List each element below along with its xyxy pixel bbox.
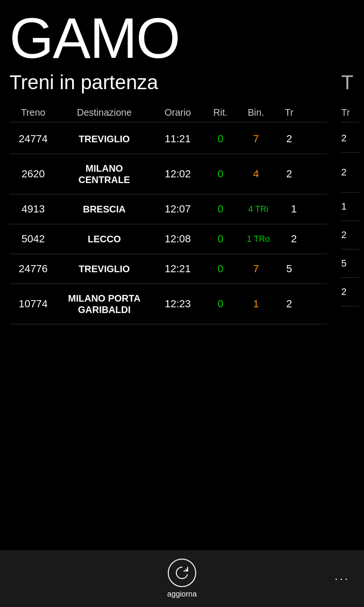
section-departures-title: Treni in partenza [9,71,341,94]
arr-value: 2 [341,286,346,297]
train-time: 12:21 [152,263,204,275]
arr-value: 2 [341,230,346,240]
table-row[interactable]: 4913 BRESCIA 12:07 0 4 TRi 1 [9,194,327,224]
train-dest: MILANOCENTRALE [57,163,152,185]
train-tr: 2 [275,133,303,145]
train-number: 4913 [9,203,57,215]
train-time: 12:07 [152,203,204,215]
train-number: 5042 [9,233,57,245]
arr-value: 5 [341,258,346,269]
train-bin: 7 [237,263,275,275]
train-number: 10774 [9,298,57,310]
train-dest: TREVIGLIO [57,133,152,145]
trains-list: 24774 TREVIGLIO 11:21 0 7 2 2620 MILANOC… [9,124,327,324]
train-tr: 2 [275,168,303,180]
train-bin: 4 [237,168,275,180]
train-dest: LECCO [57,233,152,245]
table-row[interactable]: 5042 LECCO 12:08 0 1 TRo 2 [9,224,327,254]
arrivals-row[interactable]: 1 [341,193,359,221]
arrivals-row[interactable]: 2 [341,278,359,306]
train-delay: 0 [204,298,237,310]
train-dest: MILANO PORTAGARIBALDI [57,293,152,315]
departures-panel: Treno Destinazione Orario Rit. Bin. Tr 2… [0,103,337,550]
content-area: Treno Destinazione Orario Rit. Bin. Tr 2… [0,103,364,550]
train-time: 12:02 [152,168,204,180]
train-delay: 0 [204,263,237,275]
more-dots-button[interactable]: ··· [335,572,350,585]
train-tr: 5 [275,263,303,275]
table-header: Treno Destinazione Orario Rit. Bin. Tr [9,103,327,122]
header-tr: Tr [275,107,303,118]
table-row[interactable]: 24774 TREVIGLIO 11:21 0 7 2 [9,124,327,154]
arrivals-panel: Tr 2 2 1 2 5 2 [337,103,364,550]
train-time: 12:08 [152,233,204,245]
arrivals-row[interactable]: 2 [341,124,359,153]
train-bin: 7 [237,133,275,145]
train-dest: TREVIGLIO [57,263,152,275]
train-bin: 4 TRi [237,204,280,214]
train-tr: 1 [280,203,308,215]
table-row[interactable]: 2620 MILANOCENTRALE 12:02 0 4 2 [9,154,327,194]
arr-value: 2 [341,133,346,144]
city-title: GAMO [9,9,364,66]
train-delay: 0 [204,233,237,245]
train-bin: 1 [237,298,275,310]
table-row[interactable]: 10774 MILANO PORTAGARIBALDI 12:23 0 1 2 [9,284,327,324]
app-container: GAMO Treni in partenza T Treno Destinazi… [0,0,364,607]
train-number: 24774 [9,133,57,145]
train-number: 2620 [9,168,57,180]
header-orario: Orario [152,107,204,118]
arrivals-row[interactable]: 2 [341,153,359,193]
header-dest: Destinazione [57,107,152,118]
section-titles-row: Treni in partenza T [0,66,364,103]
header-rit: Rit. [204,107,237,118]
header-treno: Treno [9,107,57,118]
train-time: 11:21 [152,133,204,145]
refresh-label: aggiorna [167,590,197,598]
arr-value: 2 [341,167,346,178]
train-tr: 2 [275,298,303,310]
bottom-toolbar: aggiorna ··· [0,550,364,607]
arrivals-table-header: Tr [341,103,359,122]
train-delay: 0 [204,203,237,215]
header-area: GAMO [0,0,364,66]
arrivals-row[interactable]: 2 [341,221,359,249]
section-arrivals-title: T [341,71,354,94]
train-number: 24776 [9,263,57,275]
arr-value: 1 [341,201,346,212]
refresh-icon [168,559,196,587]
table-row[interactable]: 24776 TREVIGLIO 12:21 0 7 5 [9,254,327,284]
arrivals-row[interactable]: 5 [341,249,359,278]
train-delay: 0 [204,133,237,145]
train-time: 12:23 [152,298,204,310]
train-delay: 0 [204,168,237,180]
train-dest: BRESCIA [57,203,152,215]
refresh-button[interactable]: aggiorna [167,559,197,598]
train-tr: 2 [280,233,308,245]
header-bin: Bin. [237,107,275,118]
train-bin: 1 TRo [237,234,280,244]
